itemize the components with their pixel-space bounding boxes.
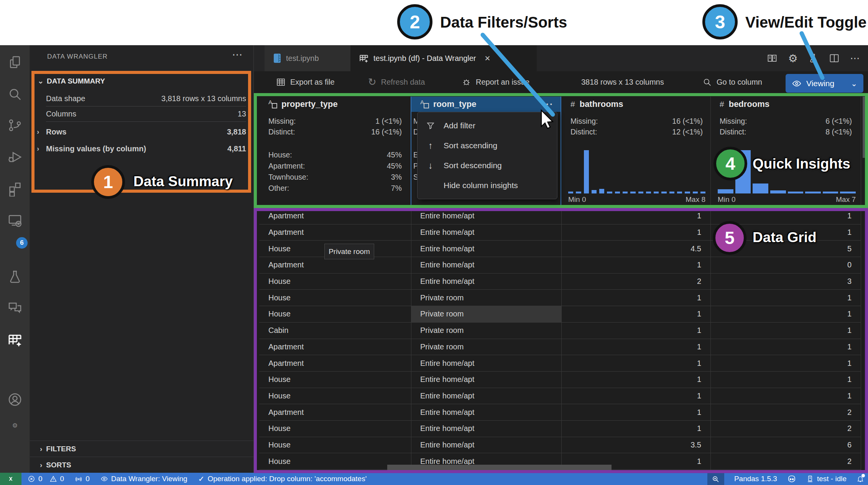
grid-cell-property[interactable]: Apartment — [259, 404, 411, 420]
grid-cell-property[interactable]: House — [259, 388, 411, 404]
grid-cell-bathrooms[interactable]: 1 — [561, 257, 710, 273]
column-header-bathrooms[interactable]: # bathrooms — [561, 97, 710, 112]
grid-cell-bathrooms[interactable]: 1 — [561, 372, 710, 388]
beaker-icon[interactable] — [807, 52, 820, 64]
view-edit-toggle-button[interactable]: Viewing ⌄ — [786, 74, 863, 93]
grid-cell-property[interactable]: Apartment — [259, 339, 411, 355]
menu-item-add-filter[interactable]: Add filter — [418, 116, 557, 136]
sidebar-more-actions-icon[interactable]: ⋯ — [232, 48, 243, 61]
section-filters[interactable]: › FILTERS — [30, 441, 253, 457]
column-header-room-type[interactable]: A room_type ··· — [411, 97, 561, 112]
grid-cell-bedrooms[interactable]: 2 — [710, 404, 861, 420]
data-wrangler-icon[interactable] — [6, 331, 24, 349]
tab-data-wrangler[interactable]: test.ipynb (df) - Data Wrangler ✕ — [350, 45, 537, 71]
grid-cell-room[interactable]: Private room — [411, 323, 561, 339]
explorer-icon[interactable] — [6, 53, 24, 72]
grid-cell-room[interactable]: Entire home/apt — [411, 355, 561, 371]
close-icon[interactable]: ✕ — [485, 54, 491, 63]
ports-indicator[interactable]: 0 — [75, 475, 90, 483]
export-as-file-button[interactable]: Export as file — [276, 71, 335, 93]
column-menu-icon[interactable]: ··· — [542, 99, 554, 110]
grid-cell-bathrooms[interactable]: 1 — [561, 306, 710, 322]
grid-cell-property[interactable]: Cabin — [259, 323, 411, 339]
remote-indicator[interactable] — [0, 473, 21, 485]
grid-cell-room[interactable]: Entire home/apt — [411, 437, 561, 453]
grid-cell-property[interactable]: House — [259, 306, 411, 322]
grid-cell-bathrooms[interactable]: 1 — [561, 323, 710, 339]
section-sorts[interactable]: › SORTS — [30, 457, 253, 473]
refresh-data-button[interactable]: ↻ Refresh data — [368, 71, 425, 93]
account-icon[interactable] — [6, 390, 24, 409]
column-header-bedrooms[interactable]: # bedrooms — [710, 97, 861, 112]
pandas-version[interactable]: Pandas 1.5.3 — [734, 475, 777, 483]
kernel-indicator[interactable]: test - idle — [806, 475, 847, 483]
summary-row-missing-values[interactable]: › Missing values (by column) 4,811 — [46, 141, 246, 156]
grid-cell-bedrooms[interactable]: 1 — [710, 306, 861, 322]
grid-cell-bathrooms[interactable]: 1 — [561, 290, 710, 306]
grid-cell-bathrooms[interactable]: 4.5 — [561, 241, 710, 257]
split-editor-icon[interactable] — [828, 52, 840, 64]
grid-cell-property[interactable]: Apartment — [259, 208, 411, 224]
more-actions-icon[interactable]: ⋯ — [849, 52, 861, 64]
grid-cell-bathrooms[interactable]: 1 — [561, 355, 710, 371]
operation-status[interactable]: ✓ Operation applied: Drop column: 'accom… — [198, 474, 367, 483]
grid-cell-property[interactable]: House — [259, 290, 411, 306]
grid-cell-room[interactable]: Private room — [411, 306, 561, 322]
grid-cell-bedrooms[interactable]: 1 — [710, 323, 861, 339]
grid-cell-room[interactable]: Private room — [411, 290, 561, 306]
grid-cell-bathrooms[interactable]: 1 — [561, 208, 710, 224]
menu-item-sort-ascending[interactable]: ↑ Sort ascending — [418, 136, 557, 156]
grid-cell-bathrooms[interactable]: 1 — [561, 339, 710, 355]
zoom-indicator[interactable] — [707, 473, 724, 485]
data-wrangler-mode[interactable]: Data Wrangler: Viewing — [100, 475, 187, 483]
grid-cell-bedrooms[interactable]: 1 — [710, 388, 861, 404]
notifications-bell[interactable] — [856, 475, 864, 483]
summary-row-rows[interactable]: › Rows 3,818 — [46, 124, 246, 139]
grid-cell-bedrooms[interactable]: 1 — [710, 339, 861, 355]
grid-cell-bathrooms[interactable]: 1 — [561, 404, 710, 420]
testing-beaker-icon[interactable] — [6, 268, 24, 286]
grid-cell-room[interactable]: Entire home/apt — [411, 421, 561, 437]
grid-cell-bedrooms[interactable]: 1 — [710, 290, 861, 306]
grid-cell-property[interactable]: Apartment — [259, 224, 411, 241]
extensions-icon[interactable] — [6, 180, 24, 198]
tab-test-ipynb[interactable]: test.ipynb — [265, 45, 350, 71]
open-preview-icon[interactable] — [766, 52, 778, 64]
grid-cell-room[interactable]: Private room — [411, 339, 561, 355]
grid-cell-property[interactable]: House — [259, 437, 411, 453]
go-to-column-button[interactable]: Go to column — [702, 71, 762, 93]
remote-explorer-icon[interactable] — [6, 211, 24, 230]
grid-cell-bedrooms[interactable]: 3 — [710, 274, 861, 290]
grid-cell-room[interactable]: Entire home/apt — [411, 257, 561, 273]
grid-cell-room[interactable]: Entire home/apt — [411, 241, 561, 257]
report-an-issue-button[interactable]: Report an issue — [462, 71, 529, 93]
menu-item-hide-column-insights[interactable]: Hide column insights — [418, 175, 557, 195]
copilot-indicator[interactable] — [787, 474, 796, 483]
run-debug-icon[interactable] — [6, 148, 24, 166]
grid-cell-property[interactable]: House — [259, 421, 411, 437]
grid-cell-bathrooms[interactable]: 1 — [561, 421, 710, 437]
grid-cell-bedrooms[interactable]: 2 — [710, 421, 861, 437]
grid-cell-bedrooms[interactable]: 0 — [710, 257, 861, 273]
settings-gear-icon[interactable]: ⚙ — [6, 416, 24, 434]
grid-cell-room[interactable]: Entire home/apt — [411, 208, 561, 224]
grid-cell-property[interactable]: House — [259, 372, 411, 388]
grid-cell-room[interactable]: Entire home/apt — [411, 372, 561, 388]
grid-cell-room[interactable]: Entire home/apt — [411, 388, 561, 404]
grid-cell-bathrooms[interactable]: 1 — [561, 388, 710, 404]
grid-cell-property[interactable]: Apartment — [259, 257, 411, 273]
grid-cell-room[interactable]: Entire home/apt — [411, 224, 561, 241]
horizontal-scrollbar[interactable] — [387, 465, 612, 470]
grid-cell-bedrooms[interactable]: 6 — [710, 437, 861, 453]
grid-cell-bathrooms[interactable]: 2 — [561, 274, 710, 290]
vertical-scrollbar[interactable] — [863, 97, 868, 158]
source-control-icon[interactable] — [6, 116, 24, 134]
column-header-property-type[interactable]: A property_type — [259, 97, 411, 112]
grid-cell-property[interactable]: House — [259, 274, 411, 290]
grid-cell-bathrooms[interactable]: 3.5 — [561, 437, 710, 453]
grid-cell-room[interactable]: Entire home/apt — [411, 274, 561, 290]
gear-icon[interactable]: ⚙ — [787, 52, 799, 64]
grid-cell-bedrooms[interactable]: 1 — [710, 355, 861, 371]
grid-cell-property[interactable]: Apartment — [259, 355, 411, 371]
section-data-summary[interactable]: ⌄ DATA SUMMARY — [38, 77, 105, 85]
